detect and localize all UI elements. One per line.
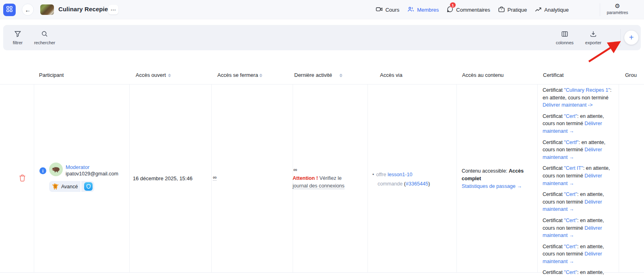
video-icon [376,6,383,14]
access-open-cell: 16 décembre 2025, 15:46 [133,175,192,181]
certificate-entry: Certificat "Culinary Recipes 1": en atte… [543,86,614,109]
connection-log-link[interactable]: journal des connexions [293,183,345,189]
toolbar-divider [620,29,621,46]
warning-text: Vérifiez le [318,175,342,181]
nav-label: Analytique [544,7,569,13]
attention-text: Attention ! [293,175,318,181]
col-header-acces-au-contenu: Accès au contenu [462,72,504,78]
nav-label: Cours [385,7,399,13]
cert-name-link[interactable]: "Certf" [564,140,578,145]
col-header-acces-via: Accès via [380,72,402,78]
sort-icon[interactable] [168,73,171,78]
order-number-link[interactable]: #3365445 [406,181,428,187]
cert-name-link[interactable]: "Cert" [564,113,577,119]
cert-name-link[interactable]: "Culinary Recipes 1" [564,87,610,93]
export-label: exporter [580,40,606,45]
cert-name-link[interactable]: "Cert" [564,218,577,223]
top-bar: ← Culinary Recepies ⋯ Cours [0,0,644,19]
participant-avatar [49,163,63,176]
info-icon[interactable]: i [39,167,46,174]
nav-divider [600,3,600,16]
offer-line: •offre lesson1-10 [372,170,447,179]
grid-icon [6,6,12,14]
header-border [0,84,644,84]
plus-icon: + [629,33,634,42]
nav-cours[interactable]: Cours [376,6,399,14]
level-label: Avancé [61,184,78,189]
nav-pratique[interactable]: Pratique [498,6,527,14]
order-label: commande [378,181,404,187]
trending-up-icon [535,6,542,14]
cert-name-link[interactable]: "Cert" [564,270,577,275]
delete-row-button[interactable] [19,174,26,183]
offer-link[interactable]: lesson1-10 [388,172,413,177]
gear-icon: ⚙ [605,3,630,9]
col-header-participant: Participant [39,72,64,78]
content-access-cell: Contenu accessible: Accès complet Statis… [462,167,532,190]
course-avatar [40,4,54,15]
boar-icon [52,166,60,173]
certificate-entry: Certificat "Cert": en attente, cours non… [543,243,614,266]
column-divider [619,84,619,272]
certificate-entry: Certificat "Cert": en attente, cours non… [543,217,614,239]
deliver-now-link[interactable]: Délivrer maintenant -> [543,102,592,108]
cert-prefix: Certificat [543,270,564,275]
sort-icon[interactable] [339,73,343,78]
members-icon [407,6,415,14]
download-icon [590,32,597,39]
nav-analytique[interactable]: Analytique [535,6,569,14]
cert-prefix: Certificat [543,113,564,119]
participant-name-link[interactable]: Moderator [66,164,89,170]
column-divider [211,84,212,272]
export-button[interactable]: exporter [580,31,606,45]
more-options-button[interactable]: ⋯ [108,5,118,14]
settings-button[interactable]: ⚙ paramètres [605,3,630,15]
columns-button[interactable]: colonnes [552,31,578,45]
last-activity-infinity: ∞ [293,167,297,173]
columns-icon [561,32,568,39]
order-line: commande (#3365445) [372,179,447,189]
cert-name-link[interactable]: "Cert IT" [564,165,583,171]
certificate-entry: Certificat "Cert": en attente, cours non… [543,113,614,135]
search-label: rechercher [32,40,58,45]
page-title: Culinary Recepies [58,6,111,12]
top-nav: Cours Membres 1 Commentaires [376,0,569,19]
sort-icon[interactable] [259,73,262,78]
column-divider [129,84,130,272]
add-member-button[interactable]: + [624,31,638,45]
mascot-icon [52,183,58,190]
nav-commentaires[interactable]: 1 Commentaires [446,6,490,14]
column-divider [456,84,457,272]
access-close-cell[interactable]: ∞ [213,174,217,181]
level-badge[interactable]: Avancé [49,181,94,192]
cert-name-link[interactable]: "Cert" [564,244,577,249]
cert-prefix: Certificat [543,218,564,223]
shield-icon [86,184,91,189]
col-header-acces-ouvert: Accès ouvert [136,72,166,78]
certificate-entry: Certificat "Certf": en attente, cours no… [543,139,614,161]
paren: ) [428,181,430,187]
nav-label: Pratique [508,7,527,13]
back-button[interactable]: ← [22,4,34,16]
col-header-groupe: Grou [625,72,637,78]
cert-prefix: Certificat [543,87,564,93]
certificates-cell: Certificat "Culinary Recipes 1": en atte… [543,86,614,278]
shield-badge[interactable] [84,182,93,191]
column-divider [537,84,538,272]
search-button[interactable]: rechercher [32,31,58,45]
filter-button[interactable]: filtrer [5,31,31,45]
nav-label: Membres [417,7,439,13]
table-toolbar: filtrer rechercher colonnes [3,25,641,50]
ellipsis-icon: ⋯ [111,6,116,13]
cert-prefix: Certificat [543,165,564,171]
col-header-derniere-activite: Dernière activité [294,72,332,78]
search-icon [41,32,48,39]
columns-label: colonnes [552,40,578,45]
apps-grid-button[interactable] [3,4,16,16]
cert-name-link[interactable]: "Cert" [564,192,577,197]
stats-link[interactable]: Statistiques de passage → [462,183,522,190]
filter-icon [14,32,21,39]
access-via-cell: •offre lesson1-10 commande (#3365445) [372,170,447,189]
nav-membres[interactable]: Membres [407,6,439,14]
certificate-entry: Certificat "Cert": en attente, cours non… [543,269,614,278]
